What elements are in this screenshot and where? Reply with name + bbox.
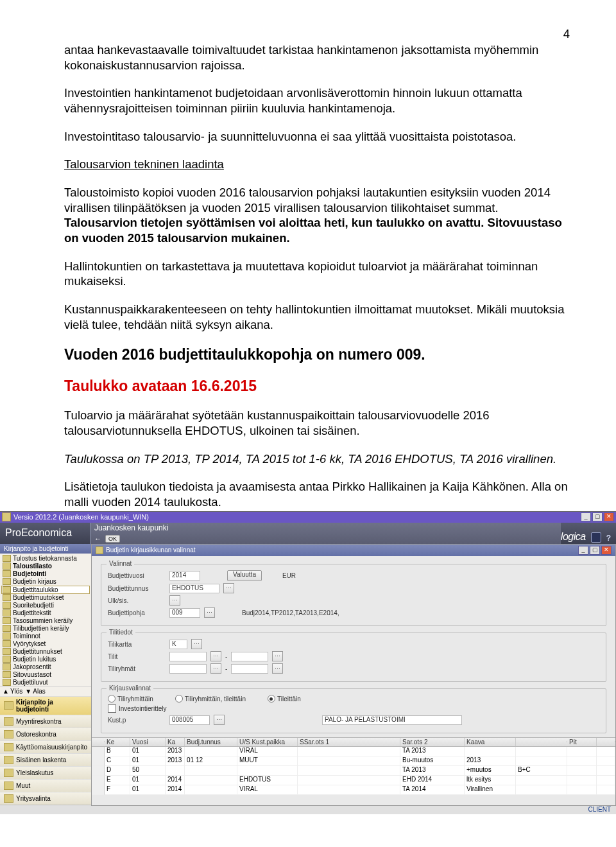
back-icon[interactable]: ← (94, 535, 101, 543)
minimize-button[interactable]: _ (581, 512, 591, 521)
input-tilit-to[interactable] (231, 652, 268, 661)
maximize-button[interactable]: ▢ (592, 512, 603, 521)
radio-tiliryhmittain-tileittain[interactable]: Tiliryhmittäin, tileittäin (175, 695, 246, 703)
sidebar-item[interactable]: Vyörytykset (1, 640, 90, 648)
table-row[interactable]: F012014VIRALTA 2014Virallinen (92, 785, 615, 795)
sidebar-item[interactable]: Budjettitekstit (1, 609, 90, 617)
table-header-cell[interactable]: Budj.tunnus (185, 738, 237, 746)
table-row[interactable]: B012013VIRALTA 2013 (92, 747, 615, 756)
table-row[interactable]: D50TA 2013+muutosB+C (92, 766, 615, 776)
inner-maximize-button[interactable]: ▢ (590, 546, 600, 555)
picker-icon[interactable]: ⋯ (272, 663, 283, 674)
settings-icon[interactable] (591, 532, 601, 543)
table-header-cell[interactable]: U/S Kust.paikka (237, 738, 298, 746)
picker-icon[interactable]: ⋯ (223, 583, 234, 593)
button-valuutta[interactable]: Valuutta (227, 570, 262, 581)
sidebar-item[interactable]: Tilibudjettien keräily (1, 625, 90, 633)
sidebar-item[interactable]: Budjettiluvut (1, 679, 90, 686)
sidebar-module[interactable]: Ostoreskontra (0, 728, 91, 740)
sidebar-item[interactable]: Tasosummien keräily (1, 617, 90, 625)
sidebar-item[interactable]: Budjetointi (1, 570, 90, 578)
sidebar-module[interactable]: Käyttöomaisuuskirjanpito (0, 740, 91, 753)
inner-minimize-button[interactable]: _ (578, 546, 588, 555)
sidebar-item[interactable]: Budjettitunnukset (1, 648, 90, 656)
table-cell: VIRAL (237, 785, 298, 795)
table-cell (185, 776, 237, 785)
table-row[interactable]: C01201301 12MUUTBu-muutos2013 (92, 756, 615, 766)
folder-icon (3, 640, 11, 647)
sidebar-item-label: Tasosummien keräily (13, 617, 73, 624)
sidebar-module[interactable]: Yritysvalinta (0, 792, 91, 805)
picker-icon[interactable]: ⋯ (272, 651, 283, 661)
picker-icon[interactable]: ⋯ (204, 607, 215, 618)
sidebar-item[interactable]: Suoritebudjetti (1, 602, 90, 609)
table-header-cell[interactable] (92, 741, 105, 742)
sidebar-item[interactable]: Toiminnot (1, 633, 90, 640)
nav-down[interactable]: ▼Alas (25, 688, 45, 695)
sidebar-item[interactable]: Budjetin kirjaus (1, 578, 90, 586)
picker-icon[interactable]: ⋯ (191, 639, 202, 649)
ok-button[interactable]: OK (105, 535, 120, 543)
table-header-cell[interactable]: Pit (567, 738, 597, 746)
sidebar-item[interactable]: Sitovuustasot (1, 671, 90, 679)
table-header-cell[interactable] (597, 741, 615, 742)
picker-icon[interactable]: ⋯ (210, 663, 221, 674)
folder-icon (3, 679, 11, 686)
sidebar-item[interactable]: Budjettitaulukko (1, 586, 90, 594)
desc-budjettipohja: Budj2014,TP2012,TA2013,E2014, (242, 609, 339, 616)
group-legend: Valinnat (107, 560, 134, 567)
sidebar-module[interactable]: Yleislaskutus (0, 766, 91, 779)
checkbox-investointierittely[interactable]: Investointierittely (108, 704, 166, 713)
inner-window-titlebar[interactable]: Budjetin kirjausikkunan valinnat _ ▢ ✕ (92, 545, 615, 556)
sidebar-item[interactable]: Taloustilasto (1, 563, 90, 570)
table-header-cell[interactable]: Sar.ots 2 (400, 738, 465, 746)
input-budjettitunnus[interactable]: EHDOTUS (169, 584, 219, 593)
close-button[interactable]: ✕ (604, 512, 614, 521)
heading: Vuoden 2016 budjettitaulukkopohja on num… (64, 346, 570, 363)
table-cell (298, 776, 400, 785)
sidebar-item-label: Tilibudjettien keräily (13, 625, 69, 632)
org-name: Juankosken kaupunki (94, 523, 168, 532)
picker-icon[interactable]: ⋯ (169, 595, 180, 606)
app-icon (2, 512, 11, 521)
table-cell (166, 766, 185, 776)
picker-icon[interactable]: ⋯ (210, 651, 221, 661)
table-cell: +muutos (465, 766, 516, 776)
table-header-cell[interactable]: Ke (105, 738, 130, 746)
folder-icon (3, 633, 11, 640)
table-row[interactable]: E012014EHDOTUSEHD 2014ltk esitys (92, 776, 615, 785)
picker-icon[interactable]: ⋯ (214, 715, 225, 725)
radio-tileittain[interactable]: Tileittäin (268, 695, 301, 703)
table-header-cell[interactable]: Ka (166, 738, 185, 746)
dash: - (225, 653, 227, 660)
sidebar-module[interactable]: Muut (0, 779, 91, 792)
input-tilikartta[interactable]: K (169, 640, 187, 649)
nav-up[interactable]: ▲Ylös (3, 688, 22, 695)
sidebar-module[interactable]: Myyntireskontra (0, 715, 91, 728)
table-header-cell[interactable]: Vuosi (130, 738, 166, 746)
input-budjettipohja[interactable]: 009 (169, 608, 200, 618)
window-titlebar[interactable]: Versio 2012.2 (Juankosken kaupunki_WIN) … (0, 512, 616, 523)
input-tilit-from[interactable] (169, 652, 207, 661)
table-header-cell[interactable]: SSar.ots 1 (298, 738, 400, 746)
input-tiliryhmat-to[interactable] (231, 664, 268, 674)
sidebar-item[interactable]: Budjettimuutokset (1, 594, 90, 602)
brand-label: ProEconomica (0, 523, 90, 544)
sidebar-module[interactable]: Kirjanpito ja budjetointi (0, 696, 91, 715)
input-tiliryhmat-from[interactable] (169, 664, 207, 674)
sidebar-item[interactable]: Jakoprosentit (1, 663, 90, 671)
table-cell: 01 (130, 785, 166, 795)
help-icon[interactable]: ? (606, 534, 611, 543)
sidebar-module[interactable]: Sisäinen laskenta (0, 753, 91, 766)
sidebar-item[interactable]: Budjetin lukitus (1, 656, 90, 663)
input-kustp[interactable]: 008005 (169, 715, 210, 725)
table-header-cell[interactable]: Kaava (465, 738, 516, 746)
sidebar-item-label: Budjettitaulukko (13, 586, 58, 593)
inner-close-button[interactable]: ✕ (601, 546, 612, 555)
input-budjettivuosi[interactable]: 2014 (169, 571, 200, 581)
sidebar-item[interactable]: Tulostus tietokannasta (1, 555, 90, 563)
group-valinnat: Valinnat Budjettivuosi 2014 Valuutta EUR… (101, 564, 606, 626)
radio-tiliryhmittain[interactable]: Tiliryhmittäin (108, 695, 153, 703)
table-header-cell[interactable] (516, 741, 567, 742)
sidebar-section-header: Kirjanpito ja budjetointi (0, 544, 91, 554)
